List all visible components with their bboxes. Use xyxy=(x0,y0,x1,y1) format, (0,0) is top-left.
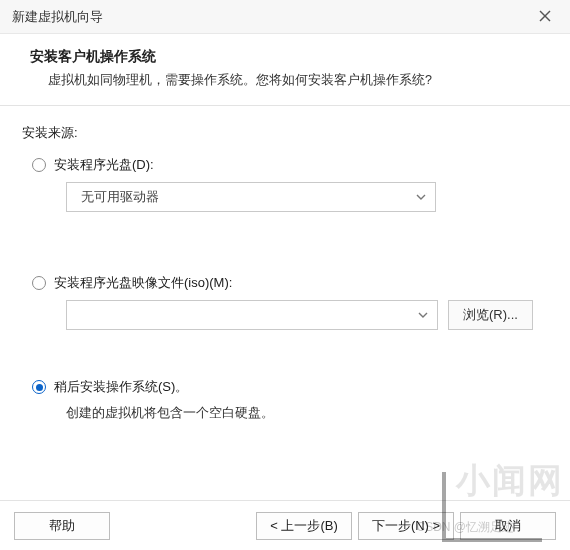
browse-button-label: 浏览(R)... xyxy=(463,306,518,324)
radio-later-label: 稍后安装操作系统(S)。 xyxy=(54,378,188,396)
drive-combo[interactable]: 无可用驱动器 xyxy=(66,182,436,212)
window-title: 新建虚拟机向导 xyxy=(12,8,103,26)
back-button[interactable]: < 上一步(B) xyxy=(256,512,352,540)
close-button[interactable] xyxy=(528,3,562,31)
wizard-header: 安装客户机操作系统 虚拟机如同物理机，需要操作系统。您将如何安装客户机操作系统? xyxy=(0,34,570,106)
radio-row-later[interactable]: 稍后安装操作系统(S)。 xyxy=(32,378,554,396)
help-button-label: 帮助 xyxy=(49,517,75,535)
radio-iso-label: 安装程序光盘映像文件(iso)(M): xyxy=(54,274,232,292)
radio-disc-label: 安装程序光盘(D): xyxy=(54,156,154,174)
close-icon xyxy=(539,8,551,25)
cancel-button-label: 取消 xyxy=(495,517,521,535)
drive-combo-value: 无可用驱动器 xyxy=(81,188,159,206)
nav-button-group: < 上一步(B) 下一步(N) > 取消 xyxy=(256,512,556,540)
browse-button[interactable]: 浏览(R)... xyxy=(448,300,533,330)
help-button[interactable]: 帮助 xyxy=(14,512,110,540)
radio-disc[interactable] xyxy=(32,158,46,172)
radio-iso[interactable] xyxy=(32,276,46,290)
wizard-title: 安装客户机操作系统 xyxy=(30,48,548,66)
chevron-down-icon xyxy=(417,309,429,321)
wizard-footer: 帮助 < 上一步(B) 下一步(N) > 取消 xyxy=(0,500,570,550)
next-button[interactable]: 下一步(N) > xyxy=(358,512,454,540)
watermark-main: 小闻网 xyxy=(456,458,564,504)
iso-path-combo[interactable] xyxy=(66,300,438,330)
later-note: 创建的虚拟机将包含一个空白硬盘。 xyxy=(66,404,554,422)
cancel-button[interactable]: 取消 xyxy=(460,512,556,540)
radio-later[interactable] xyxy=(32,380,46,394)
wizard-body: 安装来源: 安装程序光盘(D): 无可用驱动器 安装程序光盘映像文件(iso)(… xyxy=(0,106,570,422)
back-button-label: < 上一步(B) xyxy=(270,517,338,535)
wizard-subtitle: 虚拟机如同物理机，需要操作系统。您将如何安装客户机操作系统? xyxy=(30,72,548,89)
install-source-label: 安装来源: xyxy=(22,124,554,142)
chevron-down-icon xyxy=(415,191,427,203)
radio-row-disc[interactable]: 安装程序光盘(D): xyxy=(32,156,554,174)
next-button-label: 下一步(N) > xyxy=(372,517,440,535)
radio-row-iso[interactable]: 安装程序光盘映像文件(iso)(M): xyxy=(32,274,554,292)
titlebar: 新建虚拟机向导 xyxy=(0,0,570,34)
